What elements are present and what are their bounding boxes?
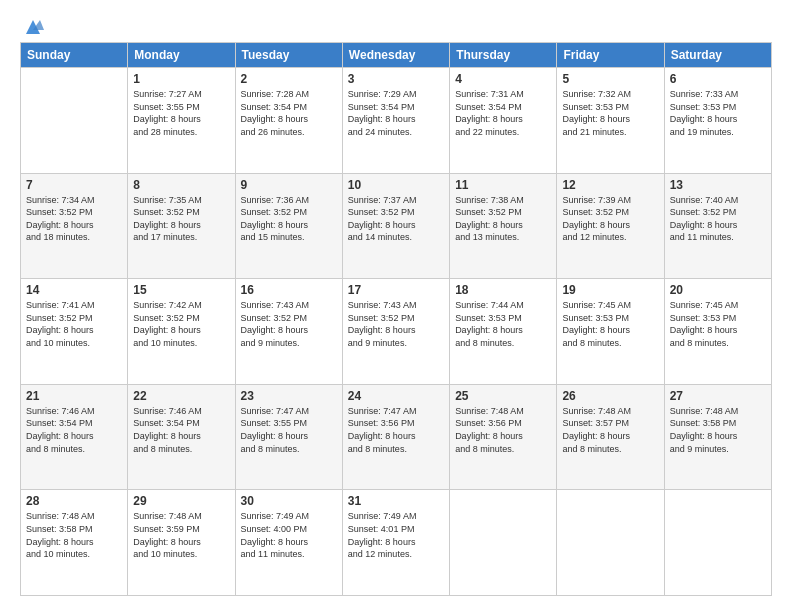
day-number: 9 [241, 178, 337, 192]
day-number: 30 [241, 494, 337, 508]
week-row-5: 28Sunrise: 7:48 AM Sunset: 3:58 PM Dayli… [21, 490, 772, 596]
day-info: Sunrise: 7:32 AM Sunset: 3:53 PM Dayligh… [562, 88, 658, 138]
day-number: 25 [455, 389, 551, 403]
day-number: 15 [133, 283, 229, 297]
weekday-header-thursday: Thursday [450, 43, 557, 68]
day-number: 13 [670, 178, 766, 192]
day-number: 20 [670, 283, 766, 297]
day-info: Sunrise: 7:36 AM Sunset: 3:52 PM Dayligh… [241, 194, 337, 244]
calendar-cell [450, 490, 557, 596]
day-info: Sunrise: 7:44 AM Sunset: 3:53 PM Dayligh… [455, 299, 551, 349]
day-info: Sunrise: 7:31 AM Sunset: 3:54 PM Dayligh… [455, 88, 551, 138]
day-number: 28 [26, 494, 122, 508]
day-number: 1 [133, 72, 229, 86]
day-number: 3 [348, 72, 444, 86]
calendar-cell: 28Sunrise: 7:48 AM Sunset: 3:58 PM Dayli… [21, 490, 128, 596]
day-number: 18 [455, 283, 551, 297]
day-number: 19 [562, 283, 658, 297]
calendar-cell: 13Sunrise: 7:40 AM Sunset: 3:52 PM Dayli… [664, 173, 771, 279]
calendar-cell: 6Sunrise: 7:33 AM Sunset: 3:53 PM Daylig… [664, 68, 771, 174]
calendar-cell: 10Sunrise: 7:37 AM Sunset: 3:52 PM Dayli… [342, 173, 449, 279]
calendar-table: SundayMondayTuesdayWednesdayThursdayFrid… [20, 42, 772, 596]
day-number: 8 [133, 178, 229, 192]
day-number: 26 [562, 389, 658, 403]
calendar-cell: 29Sunrise: 7:48 AM Sunset: 3:59 PM Dayli… [128, 490, 235, 596]
calendar-cell [664, 490, 771, 596]
day-info: Sunrise: 7:48 AM Sunset: 3:57 PM Dayligh… [562, 405, 658, 455]
calendar-cell: 14Sunrise: 7:41 AM Sunset: 3:52 PM Dayli… [21, 279, 128, 385]
day-info: Sunrise: 7:46 AM Sunset: 3:54 PM Dayligh… [133, 405, 229, 455]
calendar-cell: 31Sunrise: 7:49 AM Sunset: 4:01 PM Dayli… [342, 490, 449, 596]
day-number: 29 [133, 494, 229, 508]
day-number: 14 [26, 283, 122, 297]
day-number: 7 [26, 178, 122, 192]
weekday-header-friday: Friday [557, 43, 664, 68]
calendar-cell: 23Sunrise: 7:47 AM Sunset: 3:55 PM Dayli… [235, 384, 342, 490]
day-info: Sunrise: 7:48 AM Sunset: 3:59 PM Dayligh… [133, 510, 229, 560]
day-number: 4 [455, 72, 551, 86]
calendar-cell: 5Sunrise: 7:32 AM Sunset: 3:53 PM Daylig… [557, 68, 664, 174]
week-row-1: 1Sunrise: 7:27 AM Sunset: 3:55 PM Daylig… [21, 68, 772, 174]
calendar-cell: 30Sunrise: 7:49 AM Sunset: 4:00 PM Dayli… [235, 490, 342, 596]
day-info: Sunrise: 7:40 AM Sunset: 3:52 PM Dayligh… [670, 194, 766, 244]
day-number: 27 [670, 389, 766, 403]
day-info: Sunrise: 7:48 AM Sunset: 3:58 PM Dayligh… [670, 405, 766, 455]
day-info: Sunrise: 7:47 AM Sunset: 3:55 PM Dayligh… [241, 405, 337, 455]
day-info: Sunrise: 7:28 AM Sunset: 3:54 PM Dayligh… [241, 88, 337, 138]
day-info: Sunrise: 7:43 AM Sunset: 3:52 PM Dayligh… [348, 299, 444, 349]
day-number: 31 [348, 494, 444, 508]
page: SundayMondayTuesdayWednesdayThursdayFrid… [0, 0, 792, 612]
day-info: Sunrise: 7:38 AM Sunset: 3:52 PM Dayligh… [455, 194, 551, 244]
day-info: Sunrise: 7:48 AM Sunset: 3:58 PM Dayligh… [26, 510, 122, 560]
calendar-cell: 18Sunrise: 7:44 AM Sunset: 3:53 PM Dayli… [450, 279, 557, 385]
day-info: Sunrise: 7:47 AM Sunset: 3:56 PM Dayligh… [348, 405, 444, 455]
day-number: 10 [348, 178, 444, 192]
day-info: Sunrise: 7:48 AM Sunset: 3:56 PM Dayligh… [455, 405, 551, 455]
day-info: Sunrise: 7:33 AM Sunset: 3:53 PM Dayligh… [670, 88, 766, 138]
calendar-cell: 7Sunrise: 7:34 AM Sunset: 3:52 PM Daylig… [21, 173, 128, 279]
calendar-cell: 24Sunrise: 7:47 AM Sunset: 3:56 PM Dayli… [342, 384, 449, 490]
week-row-3: 14Sunrise: 7:41 AM Sunset: 3:52 PM Dayli… [21, 279, 772, 385]
calendar-cell: 3Sunrise: 7:29 AM Sunset: 3:54 PM Daylig… [342, 68, 449, 174]
calendar-cell: 8Sunrise: 7:35 AM Sunset: 3:52 PM Daylig… [128, 173, 235, 279]
logo [20, 16, 44, 32]
calendar-cell: 12Sunrise: 7:39 AM Sunset: 3:52 PM Dayli… [557, 173, 664, 279]
day-info: Sunrise: 7:49 AM Sunset: 4:00 PM Dayligh… [241, 510, 337, 560]
day-number: 12 [562, 178, 658, 192]
calendar-cell: 4Sunrise: 7:31 AM Sunset: 3:54 PM Daylig… [450, 68, 557, 174]
logo-icon [22, 16, 44, 38]
weekday-header-saturday: Saturday [664, 43, 771, 68]
day-info: Sunrise: 7:43 AM Sunset: 3:52 PM Dayligh… [241, 299, 337, 349]
calendar-cell: 1Sunrise: 7:27 AM Sunset: 3:55 PM Daylig… [128, 68, 235, 174]
day-info: Sunrise: 7:42 AM Sunset: 3:52 PM Dayligh… [133, 299, 229, 349]
calendar-cell: 11Sunrise: 7:38 AM Sunset: 3:52 PM Dayli… [450, 173, 557, 279]
calendar-cell: 21Sunrise: 7:46 AM Sunset: 3:54 PM Dayli… [21, 384, 128, 490]
day-info: Sunrise: 7:39 AM Sunset: 3:52 PM Dayligh… [562, 194, 658, 244]
day-info: Sunrise: 7:29 AM Sunset: 3:54 PM Dayligh… [348, 88, 444, 138]
day-info: Sunrise: 7:35 AM Sunset: 3:52 PM Dayligh… [133, 194, 229, 244]
calendar-cell: 15Sunrise: 7:42 AM Sunset: 3:52 PM Dayli… [128, 279, 235, 385]
calendar-cell [21, 68, 128, 174]
weekday-header-monday: Monday [128, 43, 235, 68]
day-number: 5 [562, 72, 658, 86]
week-row-4: 21Sunrise: 7:46 AM Sunset: 3:54 PM Dayli… [21, 384, 772, 490]
day-info: Sunrise: 7:37 AM Sunset: 3:52 PM Dayligh… [348, 194, 444, 244]
calendar-cell: 2Sunrise: 7:28 AM Sunset: 3:54 PM Daylig… [235, 68, 342, 174]
day-info: Sunrise: 7:45 AM Sunset: 3:53 PM Dayligh… [562, 299, 658, 349]
weekday-header-tuesday: Tuesday [235, 43, 342, 68]
day-info: Sunrise: 7:41 AM Sunset: 3:52 PM Dayligh… [26, 299, 122, 349]
day-number: 22 [133, 389, 229, 403]
day-number: 16 [241, 283, 337, 297]
header [20, 16, 772, 32]
day-number: 11 [455, 178, 551, 192]
calendar-cell [557, 490, 664, 596]
calendar-cell: 22Sunrise: 7:46 AM Sunset: 3:54 PM Dayli… [128, 384, 235, 490]
calendar-cell: 20Sunrise: 7:45 AM Sunset: 3:53 PM Dayli… [664, 279, 771, 385]
calendar-cell: 17Sunrise: 7:43 AM Sunset: 3:52 PM Dayli… [342, 279, 449, 385]
day-info: Sunrise: 7:46 AM Sunset: 3:54 PM Dayligh… [26, 405, 122, 455]
day-number: 17 [348, 283, 444, 297]
day-number: 21 [26, 389, 122, 403]
day-info: Sunrise: 7:45 AM Sunset: 3:53 PM Dayligh… [670, 299, 766, 349]
day-number: 6 [670, 72, 766, 86]
calendar-cell: 16Sunrise: 7:43 AM Sunset: 3:52 PM Dayli… [235, 279, 342, 385]
